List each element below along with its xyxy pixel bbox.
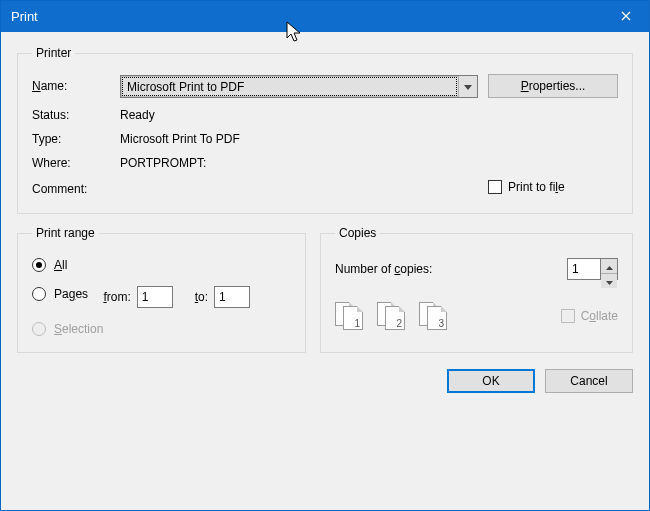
checkbox-box-icon	[561, 309, 575, 323]
copies-legend: Copies	[335, 226, 380, 240]
range-pages-label: Pages	[54, 287, 88, 301]
collate-label: Collate	[581, 309, 618, 323]
num-copies-label: Number of copies:	[335, 262, 432, 276]
status-value: Ready	[120, 108, 618, 122]
cancel-button[interactable]: Cancel	[545, 369, 633, 393]
radio-icon	[32, 322, 46, 336]
combo-dropdown-button[interactable]	[458, 76, 477, 97]
collate-illustration: 1 1 2 2 3 3	[335, 302, 449, 330]
print-range-legend: Print range	[32, 226, 99, 240]
ok-button[interactable]: OK	[447, 369, 535, 393]
spinner-down-button[interactable]	[601, 274, 617, 288]
checkbox-box-icon	[488, 180, 502, 194]
titlebar[interactable]: Print	[1, 1, 649, 32]
collate-checkbox: Collate	[561, 309, 618, 323]
where-value: PORTPROMPT:	[120, 156, 618, 170]
print-range-group: Print range All Pages from:	[17, 226, 306, 353]
print-dialog-window: Print Printer Name: Microsoft Print to P…	[0, 0, 650, 511]
print-to-file-checkbox[interactable]: Print to file	[488, 180, 565, 194]
spinner-up-button[interactable]	[601, 259, 617, 274]
num-copies-value[interactable]: 1	[567, 258, 601, 280]
type-label: Type:	[32, 132, 110, 146]
radio-icon	[32, 287, 46, 301]
type-value: Microsoft Print To PDF	[120, 132, 618, 146]
from-input[interactable]	[137, 286, 173, 308]
range-selection-label: Selection	[54, 322, 103, 336]
dialog-client-area: Printer Name: Microsoft Print to PDF Pro…	[1, 32, 649, 510]
printer-name-value: Microsoft Print to PDF	[121, 76, 458, 97]
window-title: Print	[11, 9, 38, 24]
close-button[interactable]	[603, 1, 649, 32]
printer-legend: Printer	[32, 46, 75, 60]
chevron-down-icon	[464, 79, 472, 93]
to-input[interactable]	[214, 286, 250, 308]
printer-group: Printer Name: Microsoft Print to PDF Pro…	[17, 46, 633, 214]
range-pages-radio[interactable]: Pages	[32, 287, 88, 301]
copies-group: Copies Number of copies: 1 1	[320, 226, 633, 353]
status-label: Status:	[32, 108, 110, 122]
from-label: from:	[103, 290, 130, 304]
range-selection-radio: Selection	[32, 322, 291, 336]
close-icon	[621, 10, 631, 24]
num-copies-spinner[interactable]: 1	[567, 258, 618, 280]
where-label: Where:	[32, 156, 110, 170]
printer-name-label: Name:	[32, 79, 110, 93]
triangle-down-icon	[606, 274, 613, 288]
to-label: to:	[195, 290, 208, 304]
range-all-radio[interactable]: All	[32, 258, 291, 272]
print-to-file-label: Print to file	[508, 180, 565, 194]
printer-name-combo[interactable]: Microsoft Print to PDF	[120, 75, 478, 98]
properties-button[interactable]: Properties...	[488, 74, 618, 98]
dialog-buttons: OK Cancel	[17, 369, 633, 393]
triangle-up-icon	[606, 259, 613, 273]
comment-label: Comment:	[32, 182, 110, 196]
radio-icon	[32, 258, 46, 272]
range-all-label: All	[54, 258, 67, 272]
